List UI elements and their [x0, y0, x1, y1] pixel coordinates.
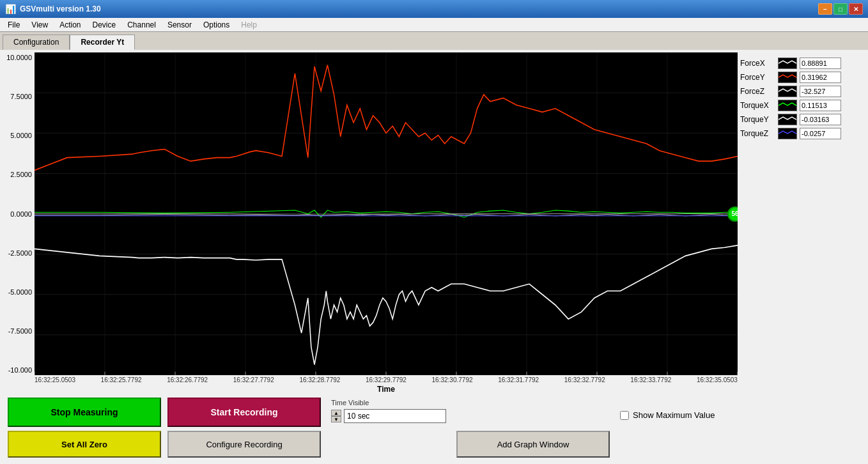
legend-value-torquez: -0.0257 [800, 128, 841, 139]
x-axis-title: Time [35, 385, 738, 394]
legend-value-forcex: 0.88891 [800, 58, 841, 69]
x-label-10: 16:32:35.0503 [697, 376, 738, 383]
menu-help[interactable]: Help [236, 19, 262, 31]
x-label-5: 16:32:29.7792 [366, 376, 407, 383]
y-label-4: 0.0000 [3, 210, 35, 218]
y-label-1: 7.5000 [3, 93, 35, 100]
menu-sensor[interactable]: Sensor [162, 19, 197, 31]
chart-wrapper: 10.0000 7.5000 5.0000 2.5000 0.0000 -2.5… [3, 52, 865, 375]
stop-measuring-button[interactable]: Stop Measuring [8, 398, 161, 427]
configure-recording-button[interactable]: Configure Recording [167, 431, 321, 458]
menu-device[interactable]: Device [88, 19, 121, 31]
x-label-1: 16:32:25.7792 [101, 376, 142, 383]
time-spinner-up[interactable]: ▲ [331, 410, 341, 416]
legend-label-forcez: ForceZ [740, 87, 775, 96]
y-label-8: -10.000 [3, 366, 35, 374]
x-label-2: 16:32:26.7792 [167, 376, 208, 383]
time-spinner-down[interactable]: ▼ [331, 416, 341, 422]
y-axis: 10.0000 7.5000 5.0000 2.5000 0.0000 -2.5… [3, 52, 35, 375]
bottom-bar: Stop Measuring Start Recording Set All Z… [3, 394, 865, 461]
max-value-section: Show Maximum Value [620, 410, 715, 420]
tab-configuration[interactable]: Configuration [3, 35, 70, 50]
legend-icon-forcex [778, 58, 797, 69]
show-maximum-value-checkbox[interactable] [620, 411, 629, 420]
legend-item-torquex: TorqueX 0.11513 [740, 100, 863, 111]
legend-label-torquex: TorqueX [740, 101, 775, 110]
add-graph-section: Add Graph Window [456, 403, 610, 458]
button-row-bottom: Set All Zero Configure Recording [8, 431, 321, 458]
tab-bar: Configuration Recorder Yt [0, 32, 868, 50]
maximize-button[interactable]: □ [833, 3, 848, 15]
legend-item-forcez: ForceZ -32.527 [740, 86, 863, 97]
x-label-9: 16:32:33.7792 [630, 376, 671, 383]
close-button[interactable]: ✕ [849, 3, 863, 15]
x-label-7: 16:32:31.7792 [498, 376, 539, 383]
legend-label-forcex: ForceX [740, 59, 775, 68]
add-graph-window-button[interactable]: Add Graph Window [456, 431, 610, 458]
button-row-top: Stop Measuring Start Recording [8, 398, 321, 427]
legend-value-forcey: 0.31962 [800, 72, 841, 83]
set-all-zero-button[interactable]: Set All Zero [8, 431, 161, 458]
y-label-7: -7.5000 [3, 327, 35, 335]
legend-value-forcez: -32.527 [800, 86, 841, 97]
menu-bar: File View Action Device Channel Sensor O… [0, 18, 868, 32]
time-visible-label: Time Visible [331, 399, 446, 406]
y-label-3: 2.5000 [3, 171, 35, 178]
y-label-2: 5.0000 [3, 132, 35, 139]
chart-svg [35, 52, 738, 375]
title-bar: 📊 GSVmulti version 1.30 − □ ✕ [0, 0, 868, 18]
x-label-4: 16:32:28.7792 [299, 376, 340, 383]
legend-label-torquey: TorqueY [740, 115, 775, 124]
tab-recorder-yt[interactable]: Recorder Yt [70, 35, 135, 50]
show-maximum-value-label: Show Maximum Value [633, 410, 715, 420]
app-title: GSVmulti version 1.30 [20, 4, 101, 13]
legend-area: ForceX 0.88891 ForceY 0.31962 [738, 52, 865, 375]
chart-area: 56 [35, 52, 738, 375]
legend-label-torquez: TorqueZ [740, 129, 775, 138]
legend-icon-torquex [778, 100, 797, 111]
main-content: 10.0000 7.5000 5.0000 2.5000 0.0000 -2.5… [0, 50, 868, 464]
title-bar-left: 📊 GSVmulti version 1.30 [5, 4, 101, 14]
y-label-0: 10.0000 [3, 54, 35, 61]
legend-icon-torquez [778, 128, 797, 139]
legend-icon-forcez [778, 86, 797, 97]
minimize-button[interactable]: − [818, 3, 832, 15]
legend-item-torquey: TorqueY -0.03163 [740, 114, 863, 125]
legend-item-forcex: ForceX 0.88891 [740, 58, 863, 69]
x-label-0: 16:32:25.0503 [35, 376, 75, 383]
start-recording-button[interactable]: Start Recording [167, 398, 321, 427]
time-visible-input[interactable] [344, 409, 446, 423]
x-label-3: 16:32:27.7792 [233, 376, 274, 383]
x-label-8: 16:32:32.7792 [564, 376, 605, 383]
legend-value-torquey: -0.03163 [800, 114, 841, 125]
x-axis: 16:32:25.0503 16:32:25.7792 16:32:26.779… [35, 375, 738, 385]
x-axis-container: 16:32:25.0503 16:32:25.7792 16:32:26.779… [35, 375, 738, 394]
menu-options[interactable]: Options [198, 19, 235, 31]
button-group-left: Stop Measuring Start Recording Set All Z… [8, 398, 321, 458]
title-bar-controls: − □ ✕ [818, 3, 863, 15]
menu-action[interactable]: Action [54, 19, 86, 31]
legend-item-torquez: TorqueZ -0.0257 [740, 128, 863, 139]
time-spinners: ▲ ▼ [331, 410, 341, 422]
legend-icon-forcey [778, 72, 797, 83]
y-label-5: -2.5000 [3, 249, 35, 257]
legend-item-forcey: ForceY 0.31962 [740, 72, 863, 83]
menu-file[interactable]: File [3, 19, 25, 31]
menu-view[interactable]: View [26, 19, 53, 31]
legend-icon-torquey [778, 114, 797, 125]
menu-channel[interactable]: Channel [122, 19, 161, 31]
x-label-6: 16:32:30.7792 [432, 376, 473, 383]
legend-label-forcey: ForceY [740, 73, 775, 82]
y-label-6: -5.0000 [3, 288, 35, 296]
app-icon: 📊 [5, 4, 16, 14]
time-visible-section: Time Visible ▲ ▼ [331, 398, 446, 423]
time-visible-row: ▲ ▼ [331, 409, 446, 423]
legend-value-torquex: 0.11513 [800, 100, 841, 111]
